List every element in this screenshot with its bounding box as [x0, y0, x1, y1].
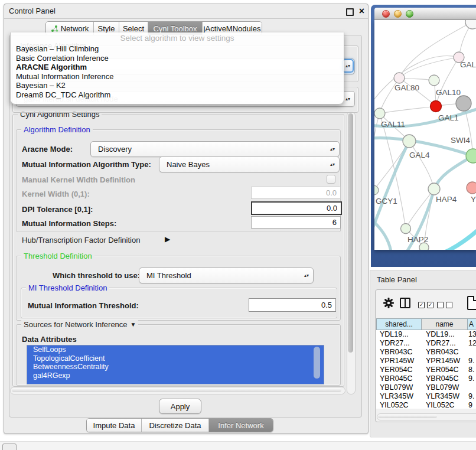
dpi-tolerance-field[interactable]: 0.0 [251, 201, 342, 215]
network-node[interactable] [467, 182, 476, 194]
node-label: GCY1 [376, 197, 397, 206]
which-threshold-value: MI Threshold [139, 271, 302, 280]
mi-threshold-definition-title: MI Threshold Definition [26, 283, 109, 292]
dropdown-item-bayesian-hill-climbing[interactable]: Bayesian – Hill Climbing [11, 44, 344, 54]
table-row[interactable]: YDL19...YDL19...13 [376, 330, 476, 339]
close-icon[interactable]: × [359, 5, 364, 17]
table-row[interactable]: YIL052CYIL052C9 [376, 401, 476, 409]
tab-discretize-data[interactable]: Discretize Data [142, 419, 209, 432]
which-threshold-label: Which threshold to use: [53, 271, 140, 280]
settings-vertical-scrollbar[interactable] [347, 112, 356, 394]
zoom-traffic-light-icon[interactable] [406, 10, 413, 18]
network-canvas[interactable]: GAL GAL80 GAL10 GAL1 GAL11 SWI4 GAL4 GCY… [374, 20, 476, 250]
table-settings-gear-icon[interactable] [383, 297, 395, 311]
sources-title: Sources for Network Inference [24, 320, 128, 329]
list-item[interactable]: BetweennessCentrality [27, 363, 324, 371]
dropdown-item-mutual-information[interactable]: Mutual Information Inference [11, 72, 344, 81]
manual-kernel-width-label: Manual Kernel Width Definition [22, 175, 135, 184]
column-header-name[interactable]: name [421, 318, 467, 330]
tab-infer-network[interactable]: Infer Network [209, 419, 273, 432]
settings-horizontal-scrollbar[interactable] [10, 387, 345, 394]
network-node-gcy1[interactable] [374, 185, 379, 195]
data-attributes-list[interactable]: SelfLoops TopologicalCoefficient Between… [27, 345, 324, 384]
table-row[interactable]: YBR045CYBR045C9. [376, 374, 476, 383]
scrollbar-thumb[interactable] [348, 113, 353, 353]
spinner-arrows-icon: ▴▾ [344, 97, 352, 101]
spinner-arrows-icon: ▴▾ [328, 163, 337, 167]
network-graph-icon [51, 25, 58, 32]
table-row[interactable]: YDR27...YDR27...12 [376, 339, 476, 348]
network-node-hap2[interactable] [401, 224, 411, 234]
tab-impute-data[interactable]: Impute Data [87, 419, 142, 432]
hide-columns-icon[interactable] [437, 302, 452, 308]
export-table-icon[interactable] [467, 296, 476, 310]
spinner-arrows-icon: ▴▾ [328, 148, 337, 151]
list-scrollbar-thumb[interactable] [314, 347, 320, 379]
list-item[interactable]: TopologicalCoefficient [27, 354, 324, 363]
collapse-arrow-icon[interactable]: ▼ [131, 321, 136, 328]
node-label: GAL4 [409, 151, 430, 159]
control-panel-titlebar: Control Panel × [4, 4, 368, 19]
float-window-icon[interactable] [346, 8, 354, 16]
mi-algorithm-type-combo[interactable]: Naive Bayes ▴▾ [159, 156, 340, 172]
mi-threshold-field[interactable]: 0.5 [249, 298, 336, 312]
show-selected-columns-icon[interactable]: ✓✓ [418, 302, 433, 308]
apply-button[interactable]: Apply [159, 399, 201, 414]
node-label: SWI4 [451, 136, 470, 145]
network-node-hap4[interactable] [428, 183, 440, 195]
expand-arrow-icon[interactable]: ▶ [165, 235, 170, 243]
dropdown-item-bayesian-k2[interactable]: Bayesian – K2 [11, 81, 344, 90]
network-window-titlebar[interactable] [374, 8, 476, 20]
table-row[interactable]: YBL079WYBL079W [376, 383, 476, 392]
network-node-gal10[interactable] [429, 75, 439, 86]
column-header-clipped[interactable]: A [467, 318, 476, 330]
mi-steps-field[interactable]: 6 [251, 216, 341, 229]
mi-algorithm-type-label: Mutual Information Algorithm Type: [22, 160, 151, 169]
table-body: YDL19...YDL19...13 YDR27...YDR27...12 YB… [376, 330, 476, 409]
table-row[interactable]: YLR345WYLR345W9. [376, 392, 476, 401]
dropdown-item-dream8[interactable]: Dream8 DC_TDC Algorithm [11, 90, 344, 100]
dropdown-item-basic-correlation[interactable]: Basic Correlation Inference [11, 54, 344, 63]
table-header-row: shared... name A [376, 318, 476, 330]
which-threshold-combo[interactable]: MI Threshold ▴▾ [139, 268, 314, 283]
mi-algorithm-type-value: Naive Bayes [159, 160, 328, 169]
network-node-gal80[interactable] [394, 73, 405, 83]
node-label: HAP2 [407, 235, 428, 244]
list-item[interactable]: gal4RGexp [27, 371, 324, 380]
list-item[interactable]: SelfLoops [27, 345, 324, 354]
node-label: GAL11 [381, 120, 405, 129]
dropdown-item-aracne[interactable]: ARACNE Algorithm [11, 63, 344, 72]
network-node[interactable] [456, 96, 471, 111]
spinner-arrows-icon: ▴▾ [302, 274, 311, 278]
aracne-mode-value: Discovery [91, 145, 328, 154]
network-node-gal11[interactable] [374, 108, 385, 119]
highlighted-edge [442, 230, 476, 250]
table-row[interactable]: YER054CYER054C8. [376, 366, 476, 374]
column-header-shared-name[interactable]: shared... [376, 318, 421, 330]
close-traffic-light-icon[interactable] [382, 10, 390, 18]
node-label: GAL [460, 60, 476, 69]
data-attributes-label: Data Attributes [22, 335, 77, 344]
aracne-mode-combo[interactable]: Discovery ▴▾ [90, 141, 340, 157]
threshold-definition-title: Threshold Definition [21, 252, 94, 260]
bottom-strip [0, 441, 476, 450]
kernel-width-field[interactable]: 0.0 [251, 187, 341, 199]
network-node-gal4[interactable] [403, 135, 416, 148]
node-label: HAP4 [436, 195, 457, 204]
network-node-gal1[interactable] [431, 101, 442, 112]
network-node-swi4[interactable] [466, 149, 476, 163]
table-row[interactable]: YPR145WYPR145W9. [376, 357, 476, 366]
table-row[interactable]: YBR043CYBR043C [376, 348, 476, 357]
network-node[interactable] [465, 20, 476, 29]
clipped-corner-button[interactable] [2, 444, 17, 450]
node-label: Y [471, 195, 476, 204]
scrollbar-thumb[interactable] [378, 415, 437, 418]
columns-icon[interactable] [400, 298, 410, 308]
network-graph[interactable]: GAL GAL80 GAL10 GAL1 GAL11 SWI4 GAL4 GCY… [374, 20, 476, 250]
scrollbar-thumb[interactable] [12, 388, 341, 392]
dpi-tolerance-label: DPI Tolerance [0,1]: [22, 205, 93, 214]
minimize-traffic-light-icon[interactable] [394, 10, 402, 18]
table-horizontal-scrollbar[interactable] [377, 413, 476, 420]
manual-kernel-width-checkbox[interactable] [327, 175, 335, 184]
node-label: GAL80 [395, 83, 419, 92]
